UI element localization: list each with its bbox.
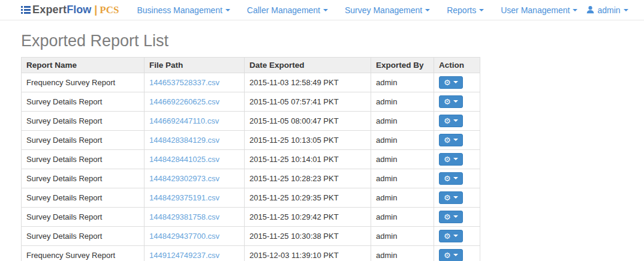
- file-path-link[interactable]: 1446692260625.csv: [149, 97, 219, 106]
- action-cell: ⚙: [434, 208, 480, 227]
- caret-down-icon: [573, 9, 577, 11]
- caret-down-icon: [453, 235, 458, 237]
- main-content: Exported Report List Report Name File Pa…: [0, 32, 644, 261]
- action-cell: ⚙: [434, 246, 480, 261]
- caret-down-icon: [323, 9, 328, 11]
- file-path-link[interactable]: 1446692447110.csv: [149, 116, 219, 125]
- caret-down-icon: [453, 254, 458, 256]
- file-path-cell: 1446537528337.csv: [145, 73, 245, 92]
- action-cell: ⚙: [434, 188, 480, 208]
- action-button[interactable]: ⚙: [439, 134, 463, 146]
- report-name-cell: Survey Details Report: [22, 150, 145, 169]
- exported-by-cell: admin: [371, 246, 434, 261]
- report-name-cell: Survey Details Report: [22, 131, 145, 150]
- file-path-link[interactable]: 1448429437700.csv: [149, 232, 219, 241]
- date-exported-cell: 2015-11-25 10:30:38 PKT: [245, 227, 371, 246]
- table-row: Frequency Survey Report 1449124749237.cs…: [22, 246, 480, 261]
- action-button[interactable]: ⚙: [439, 230, 463, 242]
- date-exported-cell: 2015-11-25 10:29:35 PKT: [245, 188, 371, 208]
- file-path-cell: 1448429381758.csv: [145, 208, 245, 227]
- date-exported-cell: 2015-11-25 10:13:05 PKT: [245, 131, 371, 150]
- nav-item-survey-management: Survey Management: [336, 5, 438, 16]
- nav-item-caller-management: Caller Management: [239, 5, 336, 16]
- exported-by-cell: admin: [371, 112, 434, 131]
- file-path-link[interactable]: 1448429302973.csv: [149, 174, 219, 183]
- brand-pcs-text: PCS: [100, 4, 119, 16]
- nav-item-user-management: User Management: [492, 5, 586, 16]
- table-row: Survey Details Report 1446692447110.csv …: [22, 112, 480, 131]
- header-exported-by: Exported By: [371, 58, 434, 73]
- gear-icon: ⚙: [444, 251, 451, 259]
- action-button[interactable]: ⚙: [439, 115, 463, 127]
- file-path-link[interactable]: 1448428441025.csv: [149, 155, 219, 164]
- action-cell: ⚙: [434, 150, 480, 169]
- gear-icon: ⚙: [444, 136, 451, 144]
- file-path-cell: 1446692260625.csv: [145, 92, 245, 112]
- header-report-name: Report Name: [22, 58, 145, 73]
- nav-item-business-management: Business Management: [128, 5, 238, 16]
- page-title: Exported Report List: [21, 32, 644, 50]
- action-cell: ⚙: [434, 131, 480, 150]
- table-row: Survey Details Report 1446692260625.csv …: [22, 92, 480, 112]
- gear-icon: ⚙: [444, 155, 451, 163]
- file-path-link[interactable]: 1449124749237.csv: [149, 251, 219, 260]
- user-label: admin: [597, 5, 620, 15]
- caret-down-icon: [453, 81, 458, 83]
- file-path-cell: 1448429437700.csv: [145, 227, 245, 246]
- action-button[interactable]: ⚙: [439, 249, 463, 261]
- exported-by-cell: admin: [371, 92, 434, 112]
- table-header-row: Report Name File Path Date Exported Expo…: [22, 58, 480, 73]
- user-menu: admin: [586, 5, 628, 15]
- exported-by-cell: admin: [371, 73, 434, 92]
- file-path-link[interactable]: 1448428384129.csv: [149, 136, 219, 145]
- nav-item-reports: Reports: [438, 5, 492, 16]
- file-path-link[interactable]: 1448429381758.csv: [149, 212, 219, 221]
- exported-by-cell: admin: [371, 208, 434, 227]
- table-row: Survey Details Report 1448429437700.csv …: [22, 227, 480, 246]
- caret-down-icon: [425, 9, 430, 11]
- caret-down-icon: [453, 119, 458, 122]
- report-name-cell: Survey Details Report: [22, 208, 145, 227]
- user-dropdown[interactable]: admin: [586, 5, 628, 15]
- table-row: Survey Details Report 1448429302973.csv …: [22, 169, 480, 188]
- caret-down-icon: [453, 100, 458, 103]
- action-button[interactable]: ⚙: [439, 153, 463, 166]
- date-exported-cell: 2015-11-03 12:58:49 PKT: [245, 73, 371, 92]
- file-path-link[interactable]: 1448429375191.csv: [149, 193, 219, 202]
- report-name-cell: Frequency Survey Report: [22, 246, 145, 261]
- file-path-cell: 1448429375191.csv: [145, 188, 245, 208]
- caret-down-icon: [624, 9, 628, 11]
- gear-icon: ⚙: [444, 194, 451, 202]
- header-file-path: File Path: [145, 58, 245, 73]
- caret-down-icon: [479, 9, 484, 11]
- action-button[interactable]: ⚙: [439, 95, 463, 108]
- header-date-exported: Date Exported: [245, 58, 371, 73]
- action-button[interactable]: ⚙: [439, 211, 463, 223]
- gear-icon: ⚙: [444, 98, 451, 106]
- caret-down-icon: [453, 177, 458, 179]
- action-button[interactable]: ⚙: [439, 191, 463, 204]
- file-path-link[interactable]: 1446537528337.csv: [149, 78, 219, 87]
- date-exported-cell: 2015-11-25 10:29:42 PKT: [245, 208, 371, 227]
- file-path-cell: 1448428441025.csv: [145, 150, 245, 169]
- exported-reports-table: Report Name File Path Date Exported Expo…: [21, 57, 480, 261]
- action-cell: ⚙: [434, 227, 480, 246]
- caret-down-icon: [225, 9, 230, 11]
- report-name-cell: Survey Details Report: [22, 188, 145, 208]
- gear-icon: ⚙: [444, 175, 451, 182]
- exported-by-cell: admin: [371, 227, 434, 246]
- table-body: Frequency Survey Report 1446537528337.cs…: [22, 73, 480, 261]
- brand-flow-text: Flow: [67, 4, 91, 16]
- exported-by-cell: admin: [371, 150, 434, 169]
- brand-logo[interactable]: ExpertFlow|PCS: [21, 4, 119, 16]
- list-grid-icon: [21, 5, 31, 14]
- action-button[interactable]: ⚙: [439, 76, 463, 89]
- exported-by-cell: admin: [371, 188, 434, 208]
- file-path-cell: 1448428384129.csv: [145, 131, 245, 150]
- action-cell: ⚙: [434, 169, 480, 188]
- date-exported-cell: 2015-12-03 11:39:10 PKT: [245, 246, 371, 261]
- action-button[interactable]: ⚙: [439, 172, 463, 185]
- file-path-cell: 1448429302973.csv: [145, 169, 245, 188]
- date-exported-cell: 2015-11-25 10:14:01 PKT: [245, 150, 371, 169]
- caret-down-icon: [453, 215, 458, 218]
